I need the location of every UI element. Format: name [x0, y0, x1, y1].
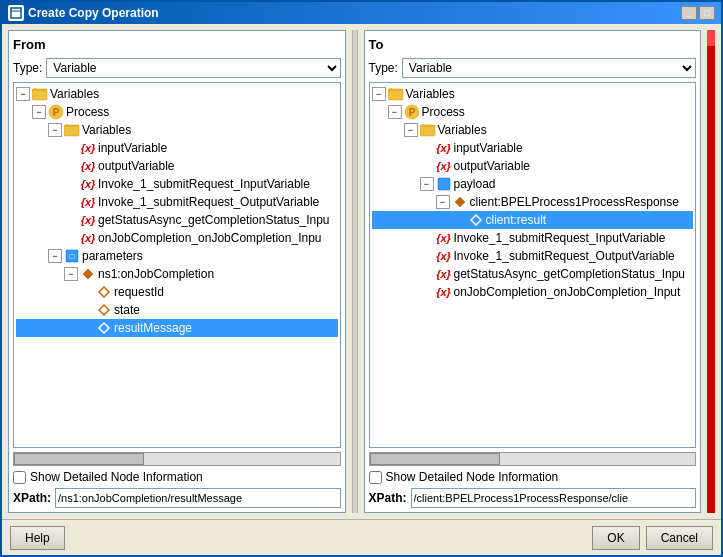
to-scrollbar-x[interactable]: [369, 452, 697, 466]
from-row-invoke1in[interactable]: {x} Invoke_1_submitRequest_InputVariable: [16, 175, 338, 193]
from-label-resultmessage: resultMessage: [114, 321, 192, 335]
from-toggle-variables[interactable]: −: [16, 87, 30, 101]
from-label-vars-sub: Variables: [82, 123, 131, 137]
to-type-select[interactable]: Variable Expression: [402, 58, 696, 78]
to-row-outputvar[interactable]: {x} outputVariable: [372, 157, 694, 175]
to-toggle-variables[interactable]: −: [372, 87, 386, 101]
from-tree-area[interactable]: − Variables − P: [13, 82, 341, 448]
to-type-select-wrapper: Variable Expression: [402, 58, 696, 78]
to-icon-payload: [436, 176, 452, 192]
to-icon-process: P: [404, 104, 420, 120]
svg-rect-15: [420, 126, 435, 136]
to-row-invoke1out[interactable]: {x} Invoke_1_submitRequest_OutputVariabl…: [372, 247, 694, 265]
from-toggle-ns1[interactable]: −: [64, 267, 78, 281]
to-row-vars-sub[interactable]: − Variables: [372, 121, 694, 139]
from-tree-parameters: − □ parameters: [16, 247, 338, 337]
from-label-onjob: onJobCompletion_onJobCompletion_Inpu: [98, 231, 322, 245]
title-text: Create Copy Operation: [28, 6, 159, 20]
svg-rect-16: [438, 178, 450, 190]
to-row-client-bpel[interactable]: − client:BPELProcess1ProcessResponse: [372, 193, 694, 211]
from-icon-state: [96, 302, 112, 318]
from-label-variables: Variables: [50, 87, 99, 101]
from-row-state[interactable]: state: [16, 301, 338, 319]
from-row-process[interactable]: − P Process: [16, 103, 338, 121]
to-tree-process: − P Process: [372, 103, 694, 301]
from-icon-requestid: [96, 284, 112, 300]
to-row-inputvar[interactable]: {x} inputVariable: [372, 139, 694, 157]
to-children-payload: − client:BPELProcess1ProcessResponse: [372, 193, 694, 229]
from-panel: From Type: Variable Expression Literal −: [8, 30, 346, 513]
to-row-invoke1in[interactable]: {x} Invoke_1_submitRequest_InputVariable: [372, 229, 694, 247]
from-toggle-parameters[interactable]: −: [48, 249, 62, 263]
from-tree-variables: − Variables − P: [16, 85, 338, 337]
to-scrollbar-thumb-x[interactable]: [370, 453, 500, 465]
from-icon-inputvariable: {x}: [80, 140, 96, 156]
to-icon-invoke1in: {x}: [436, 230, 452, 246]
from-xpath-input[interactable]: [55, 488, 340, 508]
to-label-client-bpel: client:BPELProcess1ProcessResponse: [470, 195, 679, 209]
to-toggle-payload[interactable]: −: [420, 177, 434, 191]
from-row-requestid[interactable]: requestId: [16, 283, 338, 301]
from-children-ns1: requestId: [16, 283, 338, 337]
from-row-ns1[interactable]: − ns1:onJobCompletion: [16, 265, 338, 283]
from-type-select[interactable]: Variable Expression Literal: [46, 58, 340, 78]
from-show-node-checkbox[interactable]: [13, 471, 26, 484]
to-tree-area[interactable]: − Variables − P: [369, 82, 697, 448]
minimize-button[interactable]: _: [681, 6, 697, 20]
svg-rect-12: [388, 90, 403, 100]
to-icon-variables: [388, 86, 404, 102]
to-label-variables: Variables: [406, 87, 455, 101]
to-toggle-process[interactable]: −: [388, 105, 402, 119]
from-label-outputvariable: outputVariable: [98, 159, 175, 173]
from-label-process: Process: [66, 105, 109, 119]
from-icon-vars-sub: [64, 122, 80, 138]
bottom-bar: Help OK Cancel: [2, 519, 721, 555]
from-row-variables[interactable]: − Variables: [16, 85, 338, 103]
svg-marker-9: [99, 287, 109, 297]
to-panel: To Type: Variable Expression −: [364, 30, 702, 513]
from-row-resultmessage[interactable]: resultMessage: [16, 319, 338, 337]
from-children-variables: − P Process: [16, 103, 338, 337]
from-scrollbar-x[interactable]: [13, 452, 341, 466]
from-row-vars-sub[interactable]: − Variables: [16, 121, 338, 139]
from-row-onjob[interactable]: {x} onJobCompletion_onJobCompletion_Inpu: [16, 229, 338, 247]
restore-button[interactable]: □: [699, 6, 715, 20]
help-button[interactable]: Help: [10, 526, 65, 550]
to-icon-client-result: [468, 212, 484, 228]
from-label-inputvariable: inputVariable: [98, 141, 167, 155]
from-icon-ns1: [80, 266, 96, 282]
from-label-invoke1in: Invoke_1_submitRequest_InputVariable: [98, 177, 310, 191]
to-row-process[interactable]: − P Process: [372, 103, 694, 121]
from-row-getstatus[interactable]: {x} getStatusAsync_getCompletionStatus_I…: [16, 211, 338, 229]
to-row-payload[interactable]: − payload: [372, 175, 694, 193]
cancel-button[interactable]: Cancel: [646, 526, 713, 550]
from-label-state: state: [114, 303, 140, 317]
from-row-inputvariable[interactable]: {x} inputVariable: [16, 139, 338, 157]
from-type-label: Type:: [13, 61, 42, 75]
to-toggle-vars-sub[interactable]: −: [404, 123, 418, 137]
to-xpath-input[interactable]: [411, 488, 696, 508]
to-icon-vars-sub: [420, 122, 436, 138]
from-row-invoke1out[interactable]: {x} Invoke_1_submitRequest_OutputVariabl…: [16, 193, 338, 211]
from-icon-invoke1in: {x}: [80, 176, 96, 192]
to-icon-onjob: {x}: [436, 284, 452, 300]
to-row-client-result[interactable]: client:result: [372, 211, 694, 229]
to-row-getstatus[interactable]: {x} getStatusAsync_getCompletionStatus_I…: [372, 265, 694, 283]
from-toggle-vars-sub[interactable]: −: [48, 123, 62, 137]
to-show-node-checkbox[interactable]: [369, 471, 382, 484]
to-toggle-client-bpel[interactable]: −: [436, 195, 450, 209]
ok-button[interactable]: OK: [592, 526, 639, 550]
from-row-outputvariable[interactable]: {x} outputVariable: [16, 157, 338, 175]
to-show-node-label: Show Detailed Node Information: [386, 470, 559, 484]
main-window: Create Copy Operation _ □ From Type: Var…: [0, 0, 723, 557]
from-row-parameters[interactable]: − □ parameters: [16, 247, 338, 265]
to-row-onjob[interactable]: {x} onJobCompletion_onJobCompletion_Inpu…: [372, 283, 694, 301]
to-row-variables[interactable]: − Variables: [372, 85, 694, 103]
to-label-onjob: onJobCompletion_onJobCompletion_Input: [454, 285, 681, 299]
from-children-parameters: − ns1:onJobCompletion: [16, 265, 338, 337]
from-scrollbar-thumb-x[interactable]: [14, 453, 144, 465]
from-toggle-process[interactable]: −: [32, 105, 46, 119]
from-icon-process: P: [48, 104, 64, 120]
svg-rect-0: [11, 8, 21, 18]
to-label-invoke1in: Invoke_1_submitRequest_InputVariable: [454, 231, 666, 245]
